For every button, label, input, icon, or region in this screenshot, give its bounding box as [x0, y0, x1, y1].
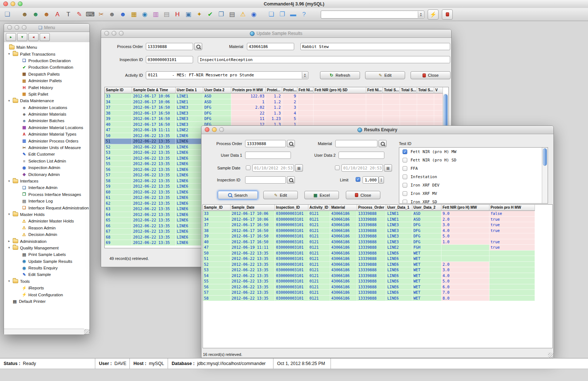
column-header[interactable]: Protein pro H MW: [231, 87, 266, 93]
pallet-history-icon[interactable]: H: [173, 10, 182, 19]
test-item-infestation[interactable]: Infestation: [399, 173, 548, 181]
tree-item-administer-process-orders[interactable]: ▥Administer Process Orders: [4, 137, 89, 144]
administer-users-icon[interactable]: ☻: [108, 10, 116, 19]
limit-spinner-field[interactable]: 1,000: [363, 176, 379, 184]
zoom-window-button[interactable]: [219, 127, 224, 132]
column-header[interactable]: Protein pro H MW: [489, 205, 535, 211]
column-header[interactable]: User_Data_2: [412, 205, 441, 211]
tree-item-quality-management[interactable]: ▼Quality Management: [4, 245, 89, 251]
checkbox[interactable]: [403, 175, 407, 179]
column-header[interactable]: Fett NI...: [366, 87, 383, 93]
column-header[interactable]: Sample ID: [105, 87, 132, 93]
table-row[interactable]: 522012-06-22 13:350300000031010121430661…: [203, 262, 552, 268]
report-icon[interactable]: ❏: [3, 10, 12, 19]
material-types-icon[interactable]: A: [53, 10, 62, 19]
tree-item-update-sample-results[interactable]: ◉Update Sample Results: [4, 258, 89, 265]
table-row[interactable]: 342012-06-17 10:060300000031010121430661…: [203, 217, 552, 222]
table-row[interactable]: 402012-06-17 16:500300000031010121430661…: [203, 239, 552, 245]
tree-item-reason-admin[interactable]: ⚠Reason Admin: [4, 225, 89, 231]
table-row[interactable]: 372012-06-17 16:50LINE3DFG2.021.23: [105, 105, 448, 111]
test-item-iron-xrf-sd[interactable]: Iron XRF SD: [399, 198, 548, 204]
table-row[interactable]: 552012-06-22 13:350300000031010121430661…: [203, 278, 552, 284]
tree-item-selection-list-admin[interactable]: ≡Selection List Admin: [4, 158, 89, 164]
edit-button[interactable]: ✎ Edit: [263, 191, 298, 199]
results-table[interactable]: Sample_IDSample_DateInspection_IDActivit…: [203, 204, 553, 348]
tree-item-administer-material-locations[interactable]: ▩Administer Material Locations: [4, 124, 89, 131]
keyboard-icon[interactable]: ⌨: [86, 10, 95, 19]
sample-date-from-field[interactable]: 01/10/2012 20:53:18: [252, 164, 294, 172]
column-header[interactable]: User Data 2: [203, 87, 231, 93]
column-header[interactable]: Process_Order: [357, 205, 386, 211]
calendar-button[interactable]: ▦: [384, 164, 392, 172]
table-row[interactable]: 562012-06-22 13:350300000031010121430661…: [203, 284, 552, 290]
collapse-branch-button[interactable]: ◄: [28, 33, 39, 41]
paint-icon[interactable]: ✎: [75, 10, 84, 19]
tree-item-administration[interactable]: ►Administration: [4, 238, 89, 244]
search-button[interactable]: Search: [218, 191, 258, 199]
tree-item-data-maintenance[interactable]: ▼Data Maintenance: [4, 97, 89, 104]
tree-item-despatch-pallets[interactable]: ▦Despatch Pallets: [4, 71, 89, 77]
combobox-stepper-icon[interactable]: ▲▼: [302, 72, 308, 79]
column-header[interactable]: Inspection_ID: [275, 205, 308, 211]
tree-item-administer-materials[interactable]: ☻Administer Materials: [4, 111, 89, 117]
inspection-description-field[interactable]: InspectionLotReception: [198, 56, 450, 63]
process-order-search-button[interactable]: [194, 43, 202, 50]
collapse-all-button[interactable]: ▲: [40, 33, 50, 41]
zoom-window-button[interactable]: [22, 25, 27, 30]
process-order-field[interactable]: 13339888: [245, 140, 286, 147]
column-header[interactable]: Total S...: [383, 87, 400, 93]
resize-grip[interactable]: [548, 353, 553, 358]
combobox-stepper-icon[interactable]: ▲▼: [418, 11, 424, 18]
test-item-fett-nir-pro-h-mw[interactable]: ✓Fett NIR (pro H) MW: [399, 148, 548, 156]
disclosure-triangle[interactable]: ▼: [8, 99, 13, 103]
scrollbar-thumb[interactable]: [543, 148, 547, 166]
column-header[interactable]: User Data 1: [176, 87, 203, 93]
close-app-button[interactable]: [3, 1, 8, 6]
table-row[interactable]: 332012-06-17 10:06LINE1ASD122.031.29: [105, 93, 448, 99]
column-header[interactable]: Protei...: [282, 87, 297, 93]
limit-stepper[interactable]: ▲▼: [379, 176, 384, 184]
pallet-icon[interactable]: ▦: [129, 10, 138, 19]
despatch-pallets-icon[interactable]: ☻: [42, 10, 51, 19]
close-button[interactable]: Close: [346, 191, 380, 199]
tree-item-production-declaration[interactable]: ❏Production Declaration: [4, 57, 89, 64]
inspection-id-search-button[interactable]: [287, 176, 295, 184]
table-row[interactable]: 372012-06-17 16:500300000031010121430661…: [203, 222, 552, 228]
horizontal-scrollbar[interactable]: [4, 329, 84, 334]
test-id-list[interactable]: ✓Fett NIR (pro H) MWFett NIR (pro H) SDF…: [399, 147, 548, 204]
copy-icon[interactable]: ❐: [217, 10, 225, 19]
tree-item-production-confirmation[interactable]: ✔Production Confirmation: [4, 64, 89, 71]
user-data-2-field[interactable]: [339, 152, 384, 159]
key-icon[interactable]: ✦: [195, 10, 204, 19]
column-header[interactable]: User_Data_1: [386, 205, 412, 211]
user-search-icon[interactable]: ☻: [119, 10, 127, 19]
material-description-field[interactable]: Rabbit Stew: [300, 43, 450, 50]
excel-button[interactable]: ▦ Excel: [304, 191, 339, 199]
close-window-button[interactable]: [7, 25, 12, 30]
web-icon[interactable]: ◉: [249, 10, 258, 19]
tree-item-administer-material-types[interactable]: AAdminister Material Types: [4, 131, 89, 137]
disclosure-triangle[interactable]: ▼: [8, 52, 13, 56]
disclosure-triangle[interactable]: ▼: [8, 280, 13, 283]
vertical-scrollbar[interactable]: [542, 148, 548, 203]
sample-date-to-checkbox[interactable]: [335, 165, 340, 170]
column-header[interactable]: Sample_Date: [231, 205, 275, 211]
tree-item-main-menu[interactable]: Main Menu: [4, 44, 89, 51]
tree-item-tools[interactable]: ▼Tools: [4, 278, 89, 285]
calendar-button[interactable]: ▦: [295, 164, 303, 172]
menu-window-titlebar[interactable]: ❏ Menu: [4, 24, 89, 32]
tree-item-administer-master-holds[interactable]: ⚠Administer Master Holds: [4, 218, 89, 224]
inspection-id-field[interactable]: [245, 176, 286, 184]
minimize-window-button[interactable]: [15, 25, 19, 30]
test-item-iron-xrf-dev[interactable]: Iron XRF DEV: [399, 181, 548, 189]
tree-item-administer-batches[interactable]: ☻Administer Batches: [4, 117, 89, 124]
tree-item-edit-sample[interactable]: ✎Edit Sample: [4, 271, 89, 278]
tree-item-inspection-admin[interactable]: ◉Inspection Admin: [4, 164, 89, 171]
checkbox[interactable]: [403, 191, 407, 196]
tree-item-host-configuration[interactable]: ⚡Host Configuration: [4, 291, 89, 298]
exit-app-button[interactable]: [442, 9, 453, 20]
table-row[interactable]: 382012-06-17 16:50LINE3DFG221.34: [105, 111, 448, 116]
monitor-icon[interactable]: ▣: [184, 10, 193, 19]
tree-item-interface-request-administration[interactable]: ❏Interface Request Administration: [4, 204, 89, 211]
menu-tree[interactable]: Main Menu▼Pallet Transactions❏Production…: [4, 42, 89, 329]
